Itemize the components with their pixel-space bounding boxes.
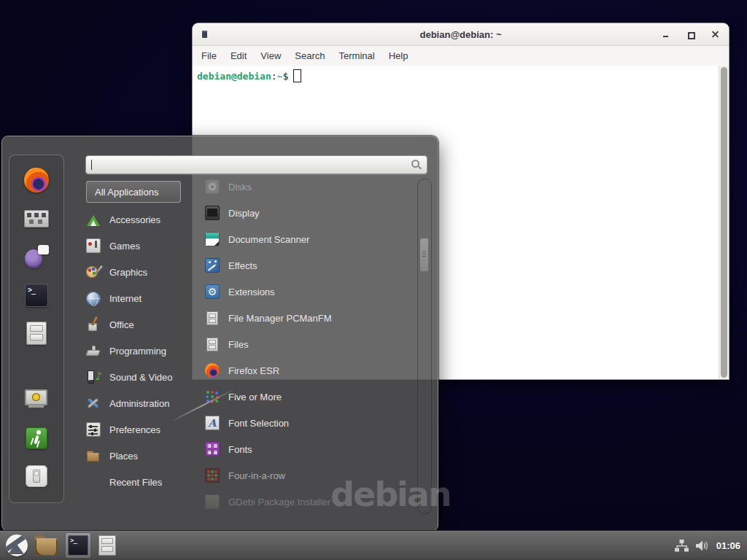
preferences-icon <box>86 422 101 437</box>
prompt-user-host: debian@debian <box>197 71 271 82</box>
office-icon <box>86 317 101 332</box>
app-item-effects[interactable]: Effects <box>205 252 418 279</box>
menu-edit[interactable]: Edit <box>231 50 247 61</box>
terminal-task-button[interactable] <box>65 532 91 559</box>
app-item-firefox-esr[interactable]: Firefox ESR <box>205 357 418 384</box>
favorite-terminal[interactable] <box>9 279 63 311</box>
category-office[interactable]: Office <box>86 311 196 338</box>
effects-icon <box>205 258 220 273</box>
favorite-software[interactable] <box>9 203 63 235</box>
terminal-window-icon <box>202 31 207 38</box>
gdebi-icon <box>205 494 220 509</box>
terminal-prompt: debian@debian:~$ <box>193 66 729 82</box>
terminal-scrollbar[interactable] <box>719 66 729 379</box>
app-item-disks[interactable]: Disks <box>205 174 418 200</box>
favorite-logout[interactable] <box>9 422 63 454</box>
files-launcher-icon[interactable] <box>98 535 116 556</box>
no-icon <box>86 475 101 489</box>
all-applications-button[interactable]: All Applications <box>86 181 181 203</box>
document-scanner-icon <box>205 232 220 246</box>
terminal-icon <box>25 284 48 307</box>
favorite-pidgin[interactable] <box>9 241 63 273</box>
network-icon[interactable] <box>675 540 689 552</box>
all-applications-label: All Applications <box>95 187 158 198</box>
favorites-panel <box>9 155 64 503</box>
screensaver-icon <box>23 388 50 411</box>
favorite-firefox[interactable] <box>9 164 63 196</box>
disks-icon <box>205 179 220 194</box>
prompt-path: ~ <box>277 71 283 82</box>
folder-launcher-icon[interactable] <box>35 538 58 556</box>
category-graphics[interactable]: Graphics <box>86 259 196 285</box>
menu-scrollbar-thumb[interactable] <box>419 238 429 272</box>
extensions-icon <box>205 284 220 299</box>
favorite-shutdown[interactable] <box>9 460 63 492</box>
app-item-four-in-a-row[interactable]: Four-in-a-row <box>205 462 418 489</box>
volume-icon[interactable] <box>695 540 710 552</box>
system-tray: 01:06 <box>675 540 747 552</box>
places-icon <box>86 448 101 463</box>
search-box[interactable] <box>85 155 427 174</box>
category-places[interactable]: Places <box>86 443 196 469</box>
file-cabinet-icon <box>26 322 47 345</box>
app-item-file-manager-pcmanfm[interactable]: File Manager PCManFM <box>205 305 418 331</box>
file-cabinet-icon <box>206 311 218 325</box>
category-accessories[interactable]: Accessories <box>86 206 196 233</box>
app-item-document-scanner[interactable]: Document Scanner <box>205 226 418 252</box>
firefox-icon <box>24 168 49 192</box>
prompt-dollar: $ <box>282 71 288 82</box>
category-administration[interactable]: Administration <box>86 390 196 416</box>
window-controls <box>661 23 720 45</box>
favorite-screensaver[interactable] <box>9 384 63 416</box>
clock[interactable]: 01:06 <box>716 540 740 551</box>
games-icon <box>86 238 101 253</box>
menu-view[interactable]: View <box>260 50 281 61</box>
prompt-colon: : <box>271 71 277 82</box>
terminal-menubar: File Edit View Search Terminal Help <box>193 46 729 66</box>
internet-icon <box>86 292 101 306</box>
taskbar: 01:06 <box>0 530 747 560</box>
terminal-title: debian@debian: ~ <box>193 29 729 40</box>
shutdown-icon <box>26 465 47 487</box>
application-list: Disks Display Document Scanner Effects E… <box>205 174 418 515</box>
graphics-icon <box>86 265 101 279</box>
display-icon <box>205 206 220 220</box>
search-input[interactable] <box>91 157 408 173</box>
screen: debian@debian: ~ File Edit View Search T… <box>0 0 747 560</box>
terminal-scrollbar-thumb[interactable] <box>721 67 727 378</box>
search-icon <box>411 160 422 170</box>
menu-launcher-button[interactable] <box>6 534 28 556</box>
app-item-gdebi-package-installer[interactable]: GDebi Package Installer <box>205 489 418 515</box>
app-item-five-or-more[interactable]: Five or More <box>205 384 418 410</box>
category-internet[interactable]: Internet <box>86 285 196 311</box>
fonts-icon <box>205 442 220 456</box>
app-item-display[interactable]: Display <box>205 200 418 226</box>
app-item-font-selection[interactable]: Font Selection <box>205 410 418 436</box>
category-games[interactable]: Games <box>86 233 196 259</box>
programming-icon <box>86 343 101 358</box>
category-preferences[interactable]: Preferences <box>86 416 196 443</box>
app-item-extensions[interactable]: Extensions <box>205 279 418 305</box>
terminal-icon <box>68 535 88 556</box>
app-item-files[interactable]: Files <box>205 331 418 357</box>
app-item-fonts[interactable]: Fonts <box>205 436 418 462</box>
menu-file[interactable]: File <box>201 50 217 61</box>
maximize-button[interactable] <box>686 30 695 39</box>
category-recent-files[interactable]: Recent Files <box>86 469 196 495</box>
category-sound-video[interactable]: Sound & Video <box>86 364 196 390</box>
category-programming[interactable]: Programming <box>86 338 196 364</box>
software-icon <box>24 210 49 228</box>
sound-video-icon <box>86 370 101 384</box>
firefox-icon <box>205 363 220 378</box>
close-button[interactable] <box>711 30 720 39</box>
taskbar-launchers <box>0 532 116 559</box>
minimize-button[interactable] <box>661 30 670 39</box>
favorite-file-manager[interactable] <box>9 317 63 349</box>
file-cabinet-icon <box>206 338 218 351</box>
menu-search[interactable]: Search <box>295 50 325 61</box>
terminal-titlebar[interactable]: debian@debian: ~ <box>193 23 729 46</box>
menu-terminal[interactable]: Terminal <box>339 50 375 61</box>
menu-help[interactable]: Help <box>389 50 409 61</box>
menu-scrollbar-track[interactable] <box>417 179 432 514</box>
text-caret <box>91 160 92 170</box>
